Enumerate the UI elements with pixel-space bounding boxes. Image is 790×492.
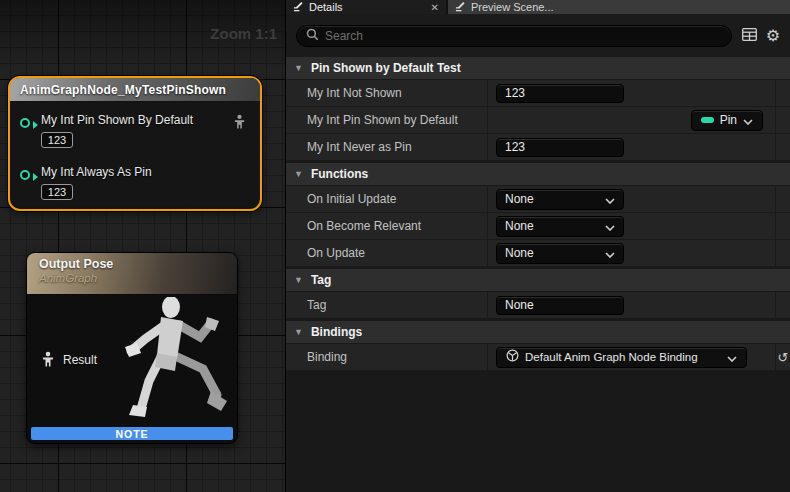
binding-icon	[506, 348, 519, 366]
chevron-down-icon	[605, 217, 615, 235]
property-label: My Int Never as Pin	[307, 140, 412, 154]
property-sections: ▼ Pin Shown by Default Test My Int Not S…	[286, 57, 790, 371]
chevron-down-icon	[743, 111, 753, 129]
node-title: Output Pose	[39, 257, 237, 271]
note-bar[interactable]: NOTE	[31, 427, 233, 440]
int-pin-icon[interactable]	[20, 118, 30, 128]
pin-label: My Int Pin Shown By Default	[41, 113, 193, 127]
node-header[interactable]: AnimGraphNode_MyTestPinShown	[10, 78, 260, 102]
close-tab-icon[interactable]: ✕	[431, 2, 439, 13]
tab-label: Details	[309, 1, 343, 13]
reset-to-default-icon[interactable]: ↺	[778, 351, 789, 364]
section-header-tag[interactable]: ▼ Tag	[286, 269, 790, 292]
pin-row-always-as-pin: My Int Always As Pin 123	[20, 162, 152, 200]
details-tabbar: Details ✕ Preview Scene...	[286, 0, 790, 14]
row-on-update: On Update None	[286, 240, 790, 267]
on-update-dropdown[interactable]: None	[496, 243, 624, 264]
section-header-pin-shown[interactable]: ▼ Pin Shown by Default Test	[286, 57, 790, 80]
pin-default-value[interactable]: 123	[41, 184, 73, 200]
chevron-down-icon	[605, 244, 615, 262]
search-input[interactable]	[325, 29, 722, 43]
my-int-not-shown-input[interactable]	[496, 84, 624, 103]
node-header[interactable]: Output Pose AnimGraph	[27, 253, 237, 295]
pin-row-shown-by-default: My Int Pin Shown By Default 123	[20, 110, 193, 148]
property-label: Tag	[307, 298, 326, 312]
row-my-int-never-as-pin: My Int Never as Pin	[286, 134, 790, 161]
pin-combo-button[interactable]: Pin	[691, 110, 763, 131]
details-panel: Details ✕ Preview Scene...	[286, 0, 790, 492]
row-on-initial-update: On Initial Update None	[286, 186, 790, 213]
chevron-down-icon: ▼	[294, 327, 303, 337]
on-become-relevant-dropdown[interactable]: None	[496, 216, 624, 237]
my-int-never-as-pin-input[interactable]	[496, 138, 624, 157]
tab-details[interactable]: Details ✕	[286, 0, 446, 14]
property-label: On Initial Update	[307, 192, 396, 206]
running-mannequin-figure	[107, 297, 235, 431]
chevron-down-icon: ▼	[294, 275, 303, 285]
tab-label: Preview Scene...	[471, 1, 554, 13]
graph-node-output-pose[interactable]: Output Pose AnimGraph	[26, 252, 238, 444]
section-header-bindings[interactable]: ▼ Bindings	[286, 321, 790, 344]
result-pin-label: Result	[63, 353, 97, 367]
property-label: My Int Pin Shown by Default	[307, 113, 458, 127]
pin-pill-icon	[701, 117, 714, 123]
chevron-down-icon	[605, 190, 615, 208]
property-label: On Become Relevant	[307, 219, 421, 233]
pose-figure-icon	[233, 114, 246, 130]
settings-gear-icon[interactable]: ⚙	[766, 28, 780, 44]
display-filter-icon[interactable]	[742, 27, 757, 45]
result-pin-row[interactable]: Result	[41, 351, 97, 368]
anim-blueprint-editor: Zoom 1:1 AnimGraphNode_MyTestPinShown My…	[0, 0, 790, 492]
row-binding: Binding Default Anim Graph Node Binding …	[286, 344, 790, 371]
graph-node-mytestpinshown[interactable]: AnimGraphNode_MyTestPinShown My Int Pin …	[8, 76, 262, 211]
pose-pin-icon[interactable]	[41, 351, 55, 368]
pin-label: My Int Always As Pin	[41, 165, 152, 179]
property-label: Binding	[307, 350, 347, 364]
details-search-row: ⚙	[286, 14, 790, 57]
binding-dropdown[interactable]: Default Anim Graph Node Binding	[496, 347, 747, 368]
property-label: My Int Not Shown	[307, 86, 402, 100]
chevron-down-icon: ▼	[294, 169, 303, 179]
chevron-down-icon: ▼	[294, 63, 303, 73]
on-initial-update-dropdown[interactable]: None	[496, 189, 624, 210]
int-pin-icon[interactable]	[20, 170, 30, 180]
tag-input[interactable]	[496, 296, 624, 315]
row-my-int-not-shown: My Int Not Shown	[286, 80, 790, 107]
zoom-level-label: Zoom 1:1	[210, 25, 277, 42]
tab-preview-scene[interactable]: Preview Scene...	[448, 0, 790, 14]
note-label: NOTE	[115, 428, 148, 440]
row-on-become-relevant: On Become Relevant None	[286, 213, 790, 240]
node-subtitle: AnimGraph	[39, 272, 237, 284]
node-title: AnimGraphNode_MyTestPinShown	[20, 83, 226, 97]
anim-graph-canvas[interactable]: Zoom 1:1 AnimGraphNode_MyTestPinShown My…	[0, 0, 285, 492]
preview-tab-icon	[455, 1, 466, 14]
section-header-functions[interactable]: ▼ Functions	[286, 163, 790, 186]
search-icon	[306, 27, 319, 45]
pin-default-value[interactable]: 123	[41, 132, 73, 148]
chevron-down-icon	[727, 348, 737, 366]
search-box[interactable]	[296, 25, 732, 47]
row-my-int-pin-shown-by-default: My Int Pin Shown by Default Pin	[286, 107, 790, 134]
property-label: On Update	[307, 246, 365, 260]
details-tab-icon	[293, 1, 304, 14]
row-tag: Tag	[286, 292, 790, 319]
